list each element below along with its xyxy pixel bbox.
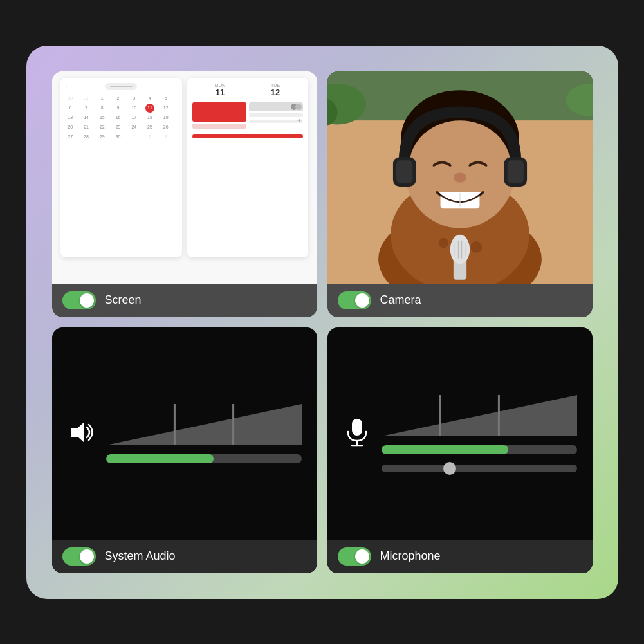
cal-day: 13: [66, 113, 75, 122]
cal-day: 27: [66, 133, 75, 142]
mic-slider-thumb[interactable]: [443, 462, 456, 475]
audio-toggle[interactable]: [62, 547, 96, 566]
cal-day: 30: [66, 94, 75, 103]
screen-content: ‹ ────── › 30 31 1 2 3 4 5 6: [52, 71, 317, 284]
schedule-bars: ✈: [192, 102, 303, 134]
schedule-widget: MON 11 TUE 12: [187, 78, 308, 257]
audio-wedge: [106, 404, 302, 445]
mic-wedge: [382, 395, 577, 436]
sched-day-2: TUE 12: [271, 83, 280, 97]
schedule-header: MON 11 TUE 12: [192, 83, 303, 97]
audio-toggle-knob: [80, 549, 94, 564]
svg-point-24: [450, 234, 469, 264]
cards-grid: ‹ ────── › 30 31 1 2 3 4 5 6: [52, 71, 593, 573]
mic-slider-track[interactable]: [382, 465, 577, 472]
cal-day: 17: [129, 113, 138, 122]
mic-volume-fill: [382, 445, 509, 454]
mic-viz-area: [327, 327, 593, 540]
camera-person-svg: [327, 71, 593, 284]
svg-marker-29: [71, 422, 84, 443]
audio-label: System Audio: [105, 549, 176, 563]
speaker-icon: [68, 418, 96, 449]
microphone-icon: [343, 416, 371, 451]
sched-day-1-label: MON: [215, 83, 225, 87]
cal-day: 19: [161, 113, 170, 122]
camera-label: Camera: [380, 293, 421, 307]
cal-day: 26: [161, 123, 170, 132]
mic-toggle[interactable]: [338, 547, 371, 566]
cal-day: 1: [98, 94, 107, 103]
cal-day: 2: [114, 94, 123, 103]
sched-day-1: MON 11: [215, 83, 225, 97]
mic-wedge-svg: [382, 395, 577, 436]
sched-day-2-num: 12: [271, 87, 280, 97]
audio-wedge-svg: [106, 404, 302, 445]
cal-month-label: ──────: [105, 83, 137, 90]
cal-day: 16: [114, 113, 123, 122]
cal-prev-arrow: ‹: [66, 84, 68, 89]
sched-day-1-num: 11: [215, 87, 225, 97]
cal-day: 9: [114, 104, 123, 113]
screen-toggle-knob: [80, 293, 94, 308]
cal-day: 25: [145, 123, 154, 132]
cal-day: 28: [82, 133, 91, 142]
cal-day: 29: [98, 133, 107, 142]
microphone-card: Microphone: [327, 327, 593, 573]
calendar-grid: 30 31 1 2 3 4 5 6 7 8 9 10 11: [66, 94, 176, 142]
cal-day: 2: [145, 133, 154, 142]
cal-day: 5: [161, 94, 170, 103]
svg-marker-36: [382, 395, 577, 436]
sched-day-2-label: TUE: [271, 83, 280, 87]
svg-rect-33: [352, 419, 362, 436]
cal-day: 23: [114, 123, 123, 132]
cal-day: 15: [98, 113, 107, 122]
cal-day: 24: [129, 123, 138, 132]
camera-preview-area: [327, 71, 593, 284]
camera-toggle-bar: Camera: [327, 284, 593, 317]
cal-day: 21: [82, 123, 91, 132]
sched-bar-gray: [249, 113, 303, 117]
cal-next-arrow: ›: [175, 84, 177, 89]
sched-col-2: ✈: [249, 102, 303, 134]
system-audio-card: System Audio: [52, 327, 317, 573]
screen-toggle[interactable]: [62, 291, 96, 309]
screen-label: Screen: [105, 293, 142, 307]
svg-rect-20: [396, 160, 412, 183]
screen-toggle-bar: Screen: [52, 284, 317, 317]
screen-preview-area: ‹ ────── › 30 31 1 2 3 4 5 6: [52, 71, 317, 284]
sched-event-bar-sm: [192, 124, 246, 129]
cal-day: 30: [114, 133, 123, 142]
cal-day: 31: [82, 94, 91, 103]
mic-volume-track: [382, 445, 577, 454]
audio-volume-track: [106, 454, 302, 463]
sched-plane-row: ✈: [249, 120, 303, 123]
cal-day: 18: [145, 113, 154, 122]
svg-rect-22: [507, 160, 523, 183]
calendar-header: ‹ ────── ›: [66, 83, 176, 90]
main-container: ‹ ────── › 30 31 1 2 3 4 5 6: [26, 46, 618, 599]
camera-toggle-knob: [355, 293, 369, 308]
cal-day: 1: [129, 133, 138, 142]
cal-day: 20: [66, 123, 75, 132]
sched-bottom-bar: [192, 134, 303, 138]
screen-card: ‹ ────── › 30 31 1 2 3 4 5 6: [52, 71, 317, 317]
sched-avatar-bar: [249, 102, 303, 111]
audio-volume-fill: [106, 454, 214, 463]
calendar-widget: ‹ ────── › 30 31 1 2 3 4 5 6: [60, 78, 181, 257]
audio-viz-area: [52, 327, 317, 540]
cal-day: 8: [98, 104, 107, 113]
cal-day: 10: [129, 104, 138, 113]
cal-day: 4: [145, 94, 154, 103]
svg-point-10: [470, 241, 482, 253]
cal-day: 12: [161, 104, 170, 113]
camera-card: Camera: [327, 71, 593, 317]
sched-avatar-2: [295, 104, 302, 110]
mic-volume-container: [382, 395, 577, 472]
cal-day: 7: [82, 104, 91, 113]
svg-marker-30: [106, 404, 302, 445]
sched-event-bar: [192, 102, 246, 122]
cal-day: 22: [98, 123, 107, 132]
sched-col-1: [192, 102, 246, 134]
camera-toggle[interactable]: [338, 291, 371, 309]
svg-point-8: [439, 237, 448, 247]
